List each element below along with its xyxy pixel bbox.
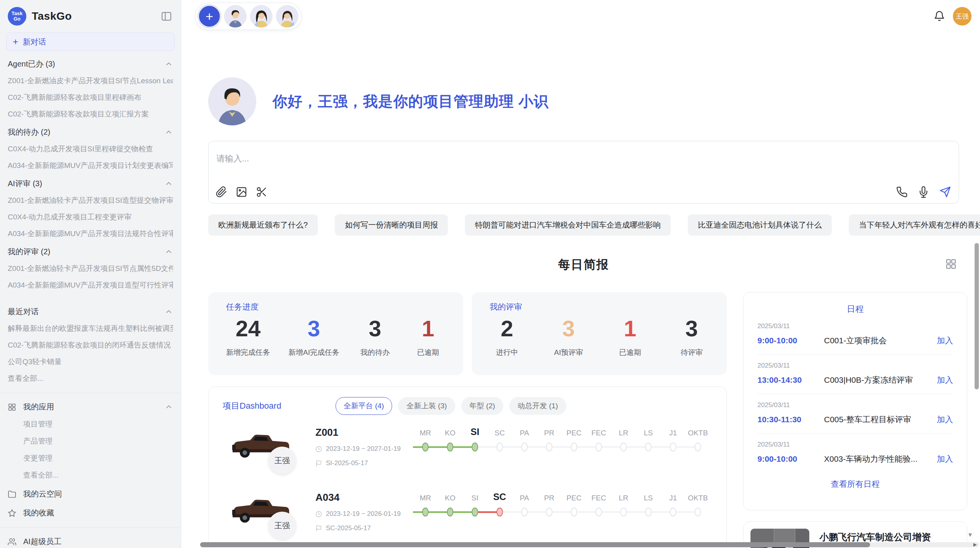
recent-conversation-item[interactable]: C02-飞腾新能源轻客改款项目的闭环通告反馈情况: [8, 340, 173, 350]
milestone-node[interactable]: [695, 443, 701, 452]
sidebar-section-header[interactable]: 最近对话: [8, 307, 173, 317]
sidebar-item-my-apps[interactable]: 我的应用: [8, 402, 173, 412]
new-chat-button[interactable]: + 新对话: [6, 33, 175, 51]
conversation-avatar-2[interactable]: [250, 5, 272, 27]
dashboard-tab[interactable]: 动总开发 (1): [509, 397, 566, 415]
scroll-right-arrow[interactable]: ▶: [973, 542, 977, 547]
user-avatar[interactable]: 王强: [953, 7, 971, 26]
chat-input[interactable]: 请输入...: [208, 141, 959, 204]
sidebar-item-star[interactable]: 我的收藏: [8, 508, 173, 518]
sidebar-section-header[interactable]: AI评审 (3): [8, 178, 173, 189]
vertical-scrollbar[interactable]: [975, 243, 979, 389]
chevron-up-icon: [164, 403, 173, 411]
sidebar-section-header[interactable]: 我的评审 (2): [8, 247, 173, 257]
milestone-node[interactable]: [596, 508, 602, 517]
app-link[interactable]: 产品管理: [23, 436, 173, 446]
sidebar-item[interactable]: A034-全新新能源MUV产品开发项目计划变更表编写: [8, 161, 173, 171]
milestone-node-row: [685, 441, 710, 453]
join-link[interactable]: 加入: [937, 454, 953, 464]
project-flag: SC-2025-05-17: [315, 524, 413, 532]
scroll-down-arrow[interactable]: ▼: [967, 531, 973, 538]
conversation-avatar-3[interactable]: [276, 5, 298, 27]
app-link[interactable]: 项目管理: [23, 419, 173, 429]
image-upload-icon[interactable]: [236, 186, 247, 198]
milestone-node[interactable]: [571, 443, 577, 452]
join-link[interactable]: 加入: [937, 414, 953, 425]
milestone-node[interactable]: [546, 508, 553, 517]
milestone-node[interactable]: [447, 443, 454, 452]
milestone-node-row: [611, 441, 636, 453]
milestone-node[interactable]: [472, 508, 478, 517]
dashboard-tab[interactable]: 全新上装 (3): [398, 397, 455, 415]
milestone: FEC: [586, 427, 611, 453]
add-conversation-button[interactable]: +: [198, 5, 221, 27]
join-link[interactable]: 加入: [937, 375, 953, 385]
sidebar-section-header[interactable]: 我的待办 (2): [8, 127, 173, 137]
dashboard-tab[interactable]: 年型 (2): [461, 397, 504, 415]
attachment-icon[interactable]: [216, 186, 227, 198]
sidebar-item-folder[interactable]: 我的云空间: [8, 489, 173, 499]
milestone-node[interactable]: [521, 508, 528, 517]
sidebar-item[interactable]: C02-飞腾新能源轻客改款项目里程碑画布: [8, 92, 173, 103]
suggestion-chip[interactable]: 如何写一份清晰的项目周报: [335, 214, 448, 236]
milestone-node[interactable]: [521, 443, 528, 452]
milestone-node[interactable]: [497, 443, 503, 452]
suggestion-chip[interactable]: 特朗普可能对进口汽车增税会对中国车企造成哪些影响: [465, 214, 671, 236]
voice-call-icon[interactable]: [896, 186, 908, 198]
notification-bell-icon[interactable]: [934, 10, 945, 22]
conversation-avatar-1[interactable]: [224, 5, 247, 27]
milestone-node[interactable]: [670, 508, 677, 517]
app-link[interactable]: 变更管理: [23, 453, 173, 463]
sidebar-item[interactable]: Z001-全新燃油轻卡产品开发项目SI节点属性5D文件评审: [8, 264, 173, 274]
sidebar-scroll-area: Agent已办 (3)Z001-全新燃油皮卡产品开发项目SI节点Lesson L…: [0, 59, 181, 548]
milestone-node[interactable]: [695, 508, 701, 517]
recent-conversation-item[interactable]: 解释最新出台的欧盟报废车法规再生塑料比例被调至15%...: [8, 324, 173, 334]
project-row: 王强Z0012023-12-19 ~ 2027-01-19SI-2025-05-…: [223, 426, 713, 480]
sidebar-item[interactable]: C0X4-动力总成开发项目SI里程碑提交物检查: [8, 144, 173, 154]
view-all-schedule-link[interactable]: 查看所有日程: [757, 479, 953, 490]
sidebar-item[interactable]: C02-飞腾新能源轻客改款项目立项汇报方案: [8, 109, 173, 119]
milestone-node[interactable]: [596, 443, 602, 452]
stats-row: 任务进度24新增完成任务3新增AI完成任务3我的待办1已逾期我的评审2进行中3A…: [208, 292, 727, 375]
milestone-node[interactable]: [422, 508, 429, 517]
suggestion-chip[interactable]: 比亚迪全固态电池计划具体说了什么: [688, 214, 832, 236]
sidebar-section-header[interactable]: Agent已办 (3): [8, 59, 173, 69]
milestone-node[interactable]: [645, 508, 652, 517]
briefing-layout-icon[interactable]: [945, 258, 957, 270]
milestone-node[interactable]: [670, 443, 677, 452]
join-link[interactable]: 加入: [937, 335, 953, 346]
milestone-node[interactable]: [645, 443, 652, 452]
event-row: 9:00-10:00C001-立项审批会加入: [757, 335, 953, 346]
sidebar-item[interactable]: A034-全新新能源MUV产品开发项目造型可行性评审: [8, 280, 173, 290]
sidebar-item[interactable]: A034-全新新能源MUV产品开发项目法规符合性评审: [8, 229, 173, 239]
event-row: 9:00-10:00X003-车辆动力学性能验...加入: [757, 454, 953, 464]
milestone-node[interactable]: [422, 443, 429, 452]
milestone-node[interactable]: [620, 443, 627, 452]
horizontal-scrollbar[interactable]: ▶: [200, 542, 979, 547]
milestone-node-row: [636, 441, 661, 453]
recent-conversation-item[interactable]: 公司Q3轻卡销量: [8, 357, 173, 367]
stat-value: 24: [226, 315, 270, 341]
milestone-node[interactable]: [620, 508, 627, 517]
milestone-node[interactable]: [571, 508, 577, 517]
milestone-node[interactable]: [497, 508, 503, 517]
clock-icon: [315, 446, 322, 452]
sidebar-collapse-icon[interactable]: [161, 10, 172, 22]
milestone-node[interactable]: [546, 443, 553, 452]
sidebar-item[interactable]: Z001-全新燃油轻卡产品开发项目SI造型提交物评审: [8, 195, 173, 206]
view-all-apps-link[interactable]: 查看全部...: [23, 470, 173, 480]
milestone-node[interactable]: [472, 443, 478, 452]
sidebar-section-title: 我的待办 (2): [8, 127, 50, 137]
sidebar-tool-item[interactable]: AI超级员工: [8, 536, 173, 547]
horizontal-scrollbar-thumb[interactable]: [200, 542, 870, 547]
screenshot-scissors-icon[interactable]: [256, 186, 267, 198]
sidebar-item[interactable]: Z001-全新燃油皮卡产品开发项目SI节点Lesson Learn报告: [8, 76, 173, 86]
milestone-node[interactable]: [447, 508, 454, 517]
send-icon[interactable]: [939, 186, 951, 198]
microphone-icon[interactable]: [918, 186, 929, 198]
dashboard-tab[interactable]: 全新平台 (4): [336, 397, 392, 415]
sidebar-item[interactable]: C0X4-动力总成开发项目工程变更评审: [8, 212, 173, 222]
suggestion-chip[interactable]: 当下年轻人对汽车外观有怎样的喜好趋势: [849, 214, 980, 236]
view-all-conversations-link[interactable]: 查看全部...: [8, 373, 173, 384]
suggestion-chip[interactable]: 欧洲新规最近颁布了什么?: [208, 214, 318, 236]
